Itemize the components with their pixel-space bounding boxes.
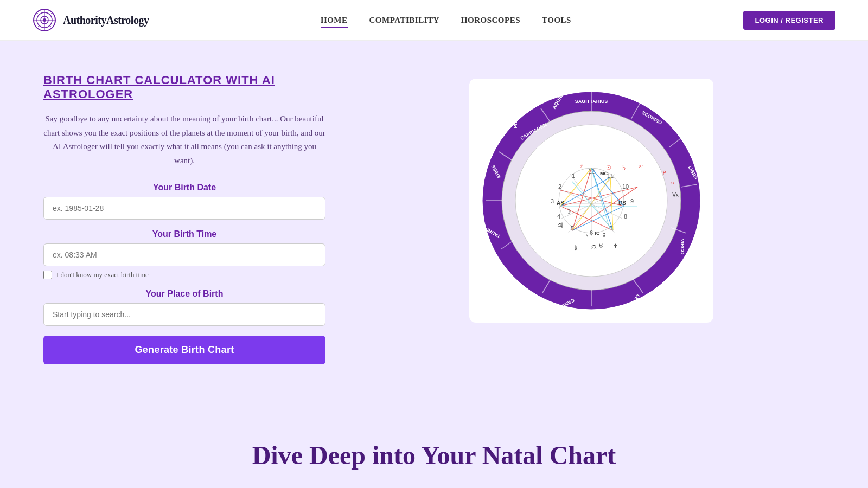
svg-text:☊: ☊ [591, 244, 597, 251]
svg-text:MC: MC [600, 171, 608, 176]
birth-time-label: Your Birth Time [43, 229, 326, 239]
svg-text:♃: ♃ [557, 221, 564, 229]
brand-name: AuthorityAstrology [63, 14, 149, 27]
birth-chart-container: SAGITTARIUS SCORPIO LIBRA VIRGO LEO CANC… [469, 79, 713, 323]
svg-text:3: 3 [551, 198, 554, 204]
svg-text:GEMINI: GEMINI [499, 281, 516, 286]
svg-text:♂: ♂ [579, 163, 583, 169]
svg-text:☿: ☿ [602, 232, 606, 238]
svg-text:8°: 8° [639, 164, 643, 169]
svg-text:9: 9 [630, 198, 634, 204]
svg-text:♀: ♀ [585, 232, 589, 238]
svg-text:VIRGO: VIRGO [680, 239, 685, 254]
svg-text:Vx: Vx [672, 192, 679, 198]
svg-text:2: 2 [558, 183, 561, 190]
birth-chart-svg: SAGITTARIUS SCORPIO LIBRA VIRGO LEO CANC… [480, 89, 703, 312]
svg-point-7 [43, 18, 46, 22]
svg-text:1: 1 [572, 172, 575, 179]
nav-tools[interactable]: TOOLS [542, 16, 571, 28]
birth-date-input[interactable] [43, 197, 326, 220]
birth-date-label: Your Birth Date [43, 183, 326, 192]
svg-text:10: 10 [622, 183, 629, 190]
brand-compass-icon [33, 8, 56, 32]
login-register-button[interactable]: LOGIN / REGISTER [743, 11, 835, 30]
svg-text:4: 4 [557, 213, 560, 220]
svg-text:8: 8 [624, 213, 627, 220]
navbar: AuthorityAstrology HOME COMPATIBILITY HO… [0, 0, 868, 41]
birth-place-label: Your Place of Birth [43, 289, 326, 299]
nav-horoscopes[interactable]: HOROSCOPES [461, 16, 520, 28]
nav-compatibility[interactable]: COMPATIBILITY [369, 16, 439, 28]
birth-place-input[interactable] [43, 303, 326, 326]
hero-description: Say goodbye to any uncertainty about the… [43, 112, 326, 168]
birth-time-input[interactable] [43, 243, 326, 266]
unknown-time-row: I don't know my exact birth time [43, 271, 326, 279]
svg-text:☉: ☉ [606, 164, 611, 171]
form-panel: BIRTH CHART CALCULATOR WITH AI ASTROLOGE… [43, 73, 326, 364]
unknown-time-label[interactable]: I don't know my exact birth time [56, 271, 149, 279]
svg-text:PISCES: PISCES [513, 110, 518, 128]
svg-text:IC: IC [595, 230, 601, 236]
brand-logo[interactable]: AuthorityAstrology [33, 8, 149, 32]
nav-home[interactable]: HOME [321, 16, 348, 28]
bottom-section: Dive Deep into Your Natal Chart [0, 408, 868, 488]
svg-text:♅: ♅ [598, 243, 603, 249]
svg-text:⚷: ⚷ [573, 244, 578, 251]
unknown-time-checkbox[interactable] [43, 271, 52, 279]
generate-birth-chart-button[interactable]: Generate Birth Chart [43, 336, 326, 364]
hero-title: BIRTH CHART CALCULATOR WITH AI ASTROLOGE… [43, 73, 326, 101]
nav-links: HOME COMPATIBILITY HOROSCOPES TOOLS [321, 15, 571, 25]
svg-text:♆: ♆ [613, 243, 618, 249]
svg-text:Ω: Ω [671, 181, 674, 185]
svg-text:♄: ♄ [621, 164, 627, 171]
hero-section: BIRTH CHART CALCULATOR WITH AI ASTROLOGE… [0, 41, 868, 408]
svg-text:♇: ♇ [662, 170, 667, 176]
chart-panel: SAGITTARIUS SCORPIO LIBRA VIRGO LEO CANC… [358, 73, 825, 323]
bottom-title: Dive Deep into Your Natal Chart [43, 440, 825, 470]
